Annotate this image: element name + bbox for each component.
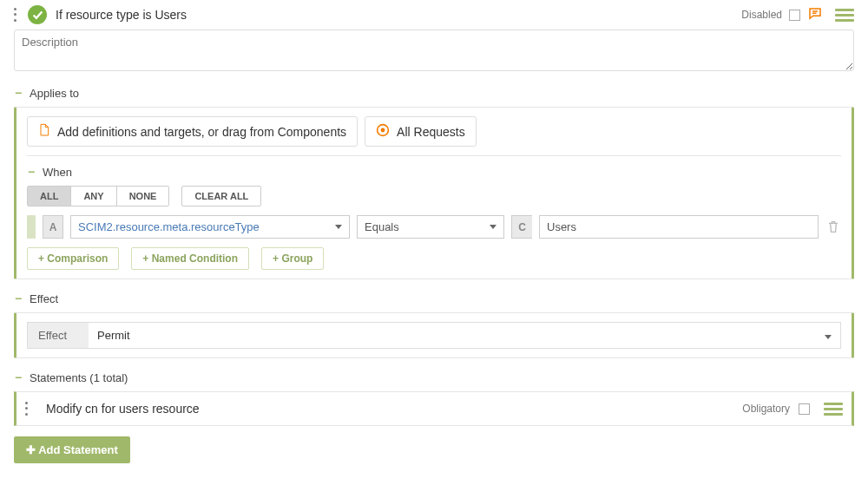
section-title-effect: Effect (30, 292, 58, 305)
collapse-icon[interactable]: − (14, 292, 23, 305)
svg-point-3 (381, 128, 385, 133)
collapse-icon[interactable]: − (27, 165, 36, 179)
obligatory-checkbox[interactable] (799, 403, 810, 415)
chip-constant: C (511, 215, 532, 239)
chevron-down-icon (490, 225, 496, 229)
drag-handle-icon[interactable] (27, 215, 36, 239)
chip-attribute: A (43, 215, 63, 239)
delete-condition-button[interactable] (825, 215, 841, 239)
effect-select[interactable]: Effect Permit (27, 322, 841, 349)
add-named-condition-button[interactable]: Named Condition (131, 247, 249, 270)
match-any-button[interactable]: ANY (70, 187, 115, 206)
all-requests-button[interactable]: All Requests (365, 116, 477, 147)
match-none-button[interactable]: NONE (116, 187, 169, 206)
component-icon (38, 123, 50, 140)
insert-statement-icon[interactable] (14, 392, 26, 425)
effect-value: Permit (89, 323, 816, 348)
disabled-label: Disabled (741, 9, 782, 21)
statement-row: Modify cn for users resource Obligatory (14, 391, 854, 426)
target-icon (376, 123, 390, 140)
when-label: When (43, 166, 72, 179)
comment-icon[interactable] (807, 6, 823, 24)
attribute-select[interactable]: SCIM2.resource.meta.resourceType (70, 215, 350, 239)
clear-all-button[interactable]: CLEAR ALL (181, 186, 261, 206)
operator-value: Equals (365, 220, 399, 233)
add-group-button[interactable]: Group (261, 247, 324, 270)
collapse-icon[interactable]: − (14, 370, 23, 384)
condition-row: A SCIM2.resource.meta.resourceType Equal… (27, 215, 841, 239)
disabled-checkbox[interactable] (789, 10, 800, 21)
match-all-button[interactable]: ALL (28, 187, 70, 206)
section-title-statements: Statements (1 total) (30, 371, 128, 384)
menu-icon[interactable] (835, 9, 854, 22)
status-check-icon (28, 5, 47, 24)
attribute-value: SCIM2.resource.meta.resourceType (78, 220, 260, 233)
effect-panel: Effect Permit (14, 312, 854, 358)
operator-select[interactable]: Equals (357, 215, 504, 239)
add-definitions-button[interactable]: Add definitions and targets, or drag fro… (27, 116, 358, 147)
description-input[interactable] (14, 29, 854, 71)
all-requests-label: All Requests (397, 125, 465, 139)
rule-title: If resource type is Users (56, 8, 741, 22)
match-mode-segment: ALL ANY NONE (27, 186, 169, 206)
chevron-down-icon (335, 225, 342, 229)
value-text: Users (547, 220, 576, 233)
drag-handle-icon[interactable] (25, 400, 34, 417)
collapse-icon[interactable]: − (14, 86, 23, 100)
add-statement-button[interactable]: ✚ Add Statement (14, 436, 130, 463)
section-title-applies-to: Applies to (30, 87, 79, 100)
drag-handle-icon[interactable] (14, 6, 23, 23)
menu-icon[interactable] (824, 403, 843, 416)
obligatory-label: Obligatory (742, 403, 790, 415)
rule-header: If resource type is Users Disabled (14, 0, 854, 29)
chevron-down-icon (825, 335, 832, 339)
applies-to-panel: Add definitions and targets, or drag fro… (14, 107, 854, 279)
add-definitions-label: Add definitions and targets, or drag fro… (57, 125, 346, 139)
effect-label: Effect (28, 323, 89, 348)
statement-title: Modify cn for users resource (46, 402, 742, 416)
add-comparison-button[interactable]: Comparison (27, 247, 119, 270)
value-input[interactable]: Users (539, 215, 819, 239)
